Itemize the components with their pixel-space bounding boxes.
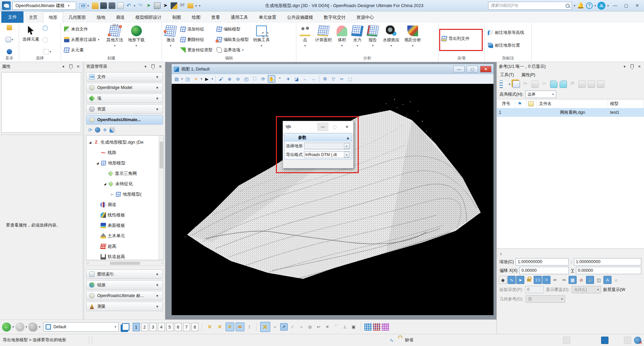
explorer-section-links[interactable]: 链接 ▾ (86, 280, 163, 290)
expand-icon[interactable]: ◢ (103, 182, 107, 186)
hilite-list-icon[interactable] (500, 81, 507, 88)
document-settings-icon[interactable] (117, 2, 124, 9)
tree-horizontal-scrollbar[interactable]: ‹ › (86, 261, 164, 266)
help-icon[interactable]: ? (586, 2, 593, 9)
report-button[interactable]: 报告 ▾ (366, 25, 379, 48)
tab-digital-delivery[interactable]: 数字化交付 (318, 12, 351, 23)
tab-utilities[interactable]: 通用工具 (225, 12, 253, 23)
navigate-view-icon[interactable]: ◪ (293, 75, 300, 83)
tree-item[interactable]: 土木单元 (88, 231, 159, 241)
active-snap-icon[interactable]: ∿ (389, 338, 394, 343)
tree-item[interactable]: 线性模板 (88, 210, 159, 220)
snap-bisector-icon[interactable]: ↩ (315, 323, 323, 331)
move-reference-icon[interactable] (550, 81, 558, 88)
zoom-window-icon[interactable]: ◰ (243, 75, 250, 83)
snap-nearest-icon[interactable]: ⌐ (272, 323, 279, 331)
tree-item[interactable]: 廊道 (88, 199, 159, 210)
chevron-down-icon[interactable]: ▾ (344, 152, 349, 158)
from-graphic-filter-button[interactable]: 从图形过滤器 ▾ (63, 35, 101, 44)
print-icon[interactable] (154, 2, 161, 9)
export-to-file-button[interactable]: 导出到文件 (441, 34, 471, 43)
tree-item[interactable]: 显示三角网 (88, 168, 159, 179)
chevron-down-icon[interactable]: ▾ (26, 325, 27, 329)
zoom-out-icon[interactable]: ⊖ (234, 75, 242, 83)
user-avatar[interactable]: JL (597, 2, 605, 10)
view-toggle-6[interactable]: 6 (175, 323, 182, 331)
forward-button[interactable]: → (15, 323, 24, 332)
from-file-button[interactable]: 来自文件 (63, 25, 101, 34)
pan-view-icon[interactable]: ✋ (268, 75, 275, 83)
view-canvas[interactable] (172, 84, 493, 315)
tab-file[interactable]: 文件 (1, 11, 23, 23)
boundary-options-button[interactable]: 边界选项 ▾ (216, 46, 250, 54)
globe-icon[interactable] (95, 127, 100, 133)
explorer-section-items[interactable]: 项 ▾ (86, 94, 163, 103)
snap-midpoint-icon[interactable]: ∕ (289, 323, 296, 331)
view-previous-icon[interactable]: ← (301, 75, 309, 83)
workspace-combo[interactable]: OpenRoadsUltimate 建模 ▾ (12, 2, 76, 10)
explorer-section-resources[interactable]: 资源 ▾ (86, 104, 163, 114)
ref-clip-toggle[interactable]: ✂ (551, 276, 559, 284)
zoom-in-icon[interactable]: ⊕ (226, 75, 233, 83)
snap-point-through-icon[interactable]: ▣ (350, 323, 357, 331)
tab-resource-center[interactable]: 资源中心 (351, 12, 379, 23)
edit-complex-model-button[interactable]: 编辑复合模型 (216, 35, 250, 44)
scale-ref-field[interactable]: 1.000000000 (574, 258, 641, 265)
display-overrides-combo[interactable]: 允许(L) ▾ (572, 286, 601, 293)
close-icon[interactable]: ✕ (75, 64, 81, 69)
add-feature-button[interactable]: 添加特征 (179, 25, 214, 34)
menu-tools[interactable]: 工具(T) (500, 72, 514, 78)
layout-squares-icon[interactable] (110, 127, 115, 133)
edit-model-button[interactable]: 编辑模型 (216, 25, 250, 34)
snap-tangent-icon[interactable]: ⌒ (333, 323, 340, 331)
chevron-down-icon[interactable]: ▾ (143, 64, 148, 69)
chevron-down-icon[interactable]: ▾ (12, 325, 14, 329)
multi-snap-3-icon[interactable] (382, 323, 389, 331)
selection-rect-icon[interactable] (44, 49, 49, 54)
view-next-icon[interactable]: → (310, 75, 317, 83)
rotate-view-icon[interactable]: ⟳ (259, 75, 267, 83)
version-combo[interactable]: V8 ▾ (78, 2, 90, 9)
change-feature-type-button[interactable]: 更改特征类型 (179, 46, 214, 54)
tree-item[interactable]: ◢ 未特征化 (88, 179, 159, 189)
references-empty-list[interactable] (497, 117, 644, 248)
section-clip-icon[interactable]: ⬚ (347, 75, 354, 83)
ref-text-toggle[interactable]: A (603, 276, 611, 284)
qat-overflow-icon[interactable]: » (195, 3, 197, 8)
multi-snap-1-icon[interactable] (364, 323, 372, 331)
exchange-reference-icon[interactable] (578, 81, 586, 88)
clip-reference-icon[interactable]: ✂ (541, 81, 548, 88)
save-settings-icon[interactable] (109, 2, 115, 9)
tree-vertical-scrollbar[interactable] (159, 136, 164, 260)
select-terrain-combo[interactable]: ▾ (304, 143, 350, 149)
chevron-down-icon[interactable]: ▾ (201, 77, 202, 81)
new-file-icon[interactable] (6, 37, 11, 42)
ref-lock-toggle[interactable] (525, 276, 533, 284)
tree-item[interactable]: ◢ 地形模型 (88, 158, 159, 168)
col-filename[interactable]: 文件名 (537, 99, 608, 108)
move-back-reference-icon[interactable] (560, 81, 567, 88)
chevron-down-icon[interactable]: ▾ (50, 50, 51, 53)
view-attributes-icon[interactable]: ▤ (173, 75, 180, 83)
explorer-section-survey[interactable]: 测量 ▾ (86, 302, 163, 311)
walk-icon[interactable]: '' (276, 75, 284, 83)
clip-volume-icon[interactable]: ▽ (330, 75, 337, 83)
tab-terrain[interactable]: 地形 (43, 12, 63, 23)
clip-mask-icon[interactable]: ✂ (338, 75, 346, 83)
remove-feature-button[interactable]: 删除特征 (179, 35, 214, 44)
export-format-combo[interactable]: InRoads DTM (.dt ▾ (304, 151, 350, 158)
ref-cube-toggle[interactable]: ◫ (595, 276, 603, 284)
undo-dropdown-icon[interactable]: ▾ (134, 4, 135, 7)
selection-set-icon[interactable] (563, 337, 570, 344)
highlight-mode-combo[interactable]: 边界 ▾ (525, 91, 556, 98)
snap-perpendicular-icon[interactable]: ⊥ (341, 323, 349, 331)
chevron-down-icon[interactable]: ▾ (509, 83, 511, 86)
function-keys-icon[interactable]: (y) (179, 2, 186, 9)
view-brush-icon[interactable]: 🖌 (218, 75, 225, 83)
locks-icon[interactable] (397, 338, 402, 343)
accudraw-ribbon-icon[interactable]: ✕ (206, 323, 214, 331)
ref-display-toggle[interactable]: ◉ (499, 276, 507, 284)
active-view-indicator[interactable] (601, 337, 608, 344)
col-number[interactable]: 序号 (497, 99, 516, 108)
view-group-combo[interactable]: Default ▾ (43, 322, 119, 332)
